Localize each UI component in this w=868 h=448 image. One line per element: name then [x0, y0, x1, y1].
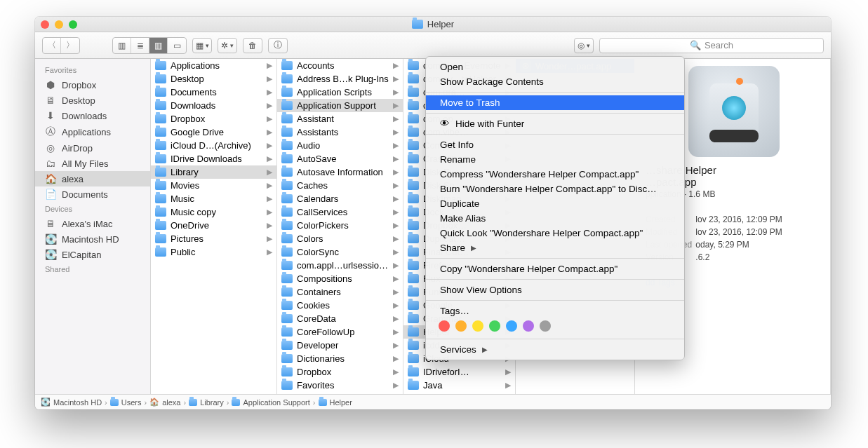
list-item[interactable]: Documents▶	[151, 86, 276, 99]
list-item[interactable]: Developer▶	[277, 339, 403, 352]
tag-color-dot[interactable]	[455, 320, 467, 332]
close-window-button[interactable]	[41, 20, 49, 29]
zoom-window-button[interactable]	[69, 20, 77, 29]
list-item[interactable]: CallServices▶	[277, 205, 403, 219]
list-view-button[interactable]: ≣	[131, 38, 149, 53]
list-item[interactable]: Application Support▶	[277, 99, 403, 112]
path-seg[interactable]: Users	[121, 398, 142, 407]
sidebar-item-elcapitan[interactable]: 💽ElCapitan	[35, 247, 150, 262]
desktop-icon: 🖥	[45, 95, 56, 106]
list-item[interactable]: Desktop▶	[151, 72, 276, 86]
menu-get-info[interactable]: Get Info	[426, 137, 684, 152]
sidebar-item-alexa[interactable]: 🏠alexa	[35, 171, 150, 186]
column-1[interactable]: Applications▶Desktop▶Documents▶Downloads…	[151, 59, 277, 394]
list-item[interactable]: com.appl…urlsessiond▶	[277, 259, 403, 272]
list-item[interactable]: Cookies▶	[277, 299, 403, 312]
list-item[interactable]: Library▶	[151, 165, 276, 179]
list-item[interactable]: Assistants▶	[277, 125, 403, 139]
list-item[interactable]: IDrive Downloads▶	[151, 152, 276, 165]
chevron-right-icon: ▶	[393, 354, 399, 363]
list-item[interactable]: Public▶	[151, 245, 276, 259]
list-item[interactable]: Containers▶	[277, 285, 403, 299]
menu-quick-look[interactable]: Quick Look "Wondershare Helper Compact.a…	[426, 226, 684, 240]
menu-duplicate[interactable]: Duplicate	[426, 196, 684, 211]
menu-show-package-contents[interactable]: Show Package Contents	[426, 74, 684, 89]
menu-compress[interactable]: Compress "Wondershare Helper Compact.app…	[426, 167, 684, 182]
list-item[interactable]: ColorSync▶	[277, 245, 403, 259]
menu-burn[interactable]: Burn "Wondershare Helper Compact.app" to…	[426, 182, 684, 196]
tag-color-dot[interactable]	[489, 320, 500, 332]
tag-color-dot[interactable]	[439, 320, 450, 332]
list-item[interactable]: AutoSave▶	[277, 152, 403, 165]
sidebar-item-macintosh-hd[interactable]: 💽Macintosh HD	[35, 231, 150, 247]
list-item[interactable]: Colors▶	[277, 232, 403, 245]
list-item[interactable]: CoreFollowUp▶	[277, 325, 403, 339]
tag-color-dot[interactable]	[523, 320, 534, 332]
tag-color-dot[interactable]	[506, 320, 517, 332]
path-seg[interactable]: Helper	[330, 398, 352, 407]
sidebar-item-downloads[interactable]: ⬇Downloads	[35, 108, 150, 123]
arrange-button[interactable]: ▦	[192, 38, 212, 53]
list-item[interactable]: Dictionaries▶	[277, 352, 403, 365]
path-seg[interactable]: Macintosh HD	[53, 398, 102, 407]
sidebar-item-documents[interactable]: 📄Documents	[35, 186, 150, 202]
list-item[interactable]: Application Scripts▶	[277, 86, 403, 99]
list-item[interactable]: Dropbox▶	[151, 112, 276, 125]
column-2[interactable]: Accounts▶Address B…k Plug-Ins▶Applicatio…	[277, 59, 403, 394]
coverflow-view-button[interactable]: ▭	[168, 38, 186, 53]
list-item[interactable]: Autosave Information▶	[277, 165, 403, 179]
list-item[interactable]: Applications▶	[151, 59, 276, 72]
tag-color-dot[interactable]	[540, 320, 551, 332]
minimize-window-button[interactable]	[55, 20, 63, 29]
column-view-button[interactable]: ▥	[149, 38, 168, 53]
menu-move-to-trash[interactable]: Move to Trash	[426, 95, 684, 110]
share-button[interactable]: ◎	[574, 38, 594, 53]
list-item[interactable]: Java▶	[403, 379, 515, 392]
list-item[interactable]: Google Drive▶	[151, 125, 276, 139]
trash-button[interactable]: 🗑	[243, 38, 262, 53]
info-button[interactable]: ⓘ	[268, 38, 288, 53]
list-item[interactable]: Audio▶	[277, 139, 403, 152]
list-item[interactable]: Music▶	[151, 192, 276, 205]
search-field[interactable]: 🔍 Search	[599, 38, 824, 53]
list-item[interactable]: Caches▶	[277, 179, 403, 192]
menu-open[interactable]: Open	[426, 60, 684, 74]
list-item[interactable]: Movies▶	[151, 179, 276, 192]
path-seg[interactable]: Library	[200, 398, 224, 407]
sidebar-item-desktop[interactable]: 🖥Desktop	[35, 93, 150, 108]
list-item[interactable]: Dropbox▶	[277, 365, 403, 379]
list-item[interactable]: CoreData▶	[277, 312, 403, 325]
sidebar-item-dropbox[interactable]: ⬢Dropbox	[35, 77, 150, 93]
icon-view-button[interactable]: ▥	[113, 38, 131, 53]
menu-hide-with-funter[interactable]: 👁 Hide with Funter	[426, 116, 684, 131]
path-seg[interactable]: Application Support	[243, 398, 309, 407]
list-item[interactable]: iCloud D…(Archive)▶	[151, 139, 276, 152]
list-item[interactable]: OneDrive▶	[151, 219, 276, 232]
list-item[interactable]: Favorites▶	[277, 379, 403, 392]
menu-services[interactable]: Services	[426, 342, 684, 357]
list-item[interactable]: Music copy▶	[151, 205, 276, 219]
menu-make-alias[interactable]: Make Alias	[426, 211, 684, 226]
list-item[interactable]: ColorPickers▶	[277, 219, 403, 232]
list-item[interactable]: IDriveforI…▶	[403, 365, 515, 379]
list-item[interactable]: Compositions▶	[277, 272, 403, 285]
list-item[interactable]: Address B…k Plug-Ins▶	[277, 72, 403, 86]
menu-rename[interactable]: Rename	[426, 152, 684, 167]
sidebar-item-airdrop[interactable]: ◎AirDrop	[35, 140, 150, 156]
list-item[interactable]: Pictures▶	[151, 232, 276, 245]
sidebar-item-alexa-s-imac[interactable]: 🖥Alexa's iMac	[35, 216, 150, 231]
path-seg[interactable]: alexa	[162, 398, 180, 407]
list-item[interactable]: Downloads▶	[151, 99, 276, 112]
tag-color-dot[interactable]	[472, 320, 483, 332]
menu-share[interactable]: Share	[426, 240, 684, 255]
list-item[interactable]: Accounts▶	[277, 59, 403, 72]
list-item[interactable]: Assistant▶	[277, 112, 403, 125]
list-item[interactable]: Calendars▶	[277, 192, 403, 205]
menu-show-view-options[interactable]: Show View Options	[426, 283, 684, 297]
sidebar-item-all-my-files[interactable]: 🗂All My Files	[35, 156, 150, 171]
sidebar-item-applications[interactable]: ⒶApplications	[35, 123, 150, 140]
forward-button[interactable]: 〉	[61, 38, 79, 53]
action-button[interactable]: ✲	[218, 38, 237, 53]
menu-copy[interactable]: Copy "Wondershare Helper Compact.app"	[426, 262, 684, 276]
back-button[interactable]: 〈	[43, 38, 61, 53]
